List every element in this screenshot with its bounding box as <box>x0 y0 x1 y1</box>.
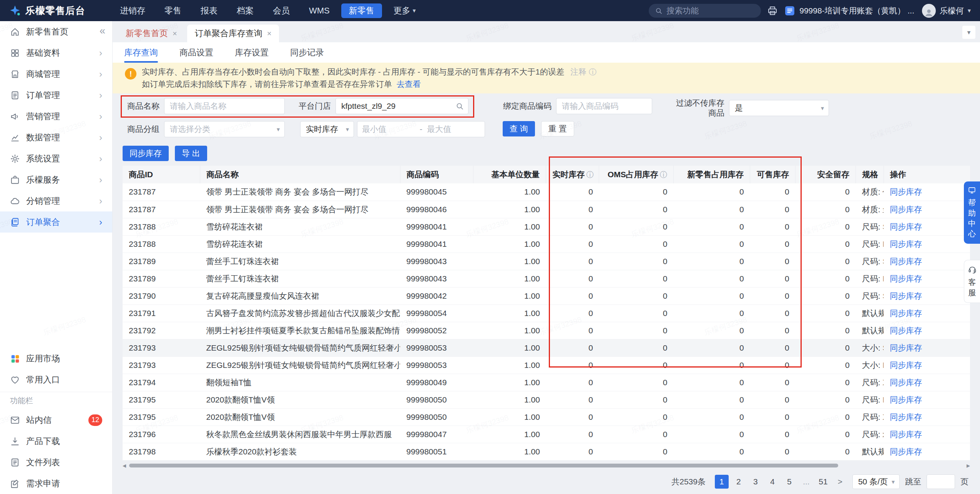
export-button[interactable]: 导 出 <box>175 146 207 161</box>
page-button[interactable]: 4 <box>766 475 779 489</box>
sync-stock-link[interactable]: 同步库存 <box>890 395 922 404</box>
sidebar-item[interactable]: 应用市场 <box>0 348 112 369</box>
page-button[interactable]: ... <box>799 475 813 489</box>
page-button[interactable]: 51 <box>816 475 830 489</box>
top-nav-item[interactable]: 进销存 <box>112 3 153 18</box>
column-header[interactable]: 商品名称 <box>200 166 400 183</box>
sidebar-item[interactable]: 常用入口 <box>0 369 112 390</box>
sync-stock-link[interactable]: 同步库存 <box>890 309 922 318</box>
sidebar-item[interactable]: 站内信 12 <box>0 409 112 431</box>
close-icon[interactable]: × <box>267 29 272 38</box>
table-row[interactable]: 231790 复古碎花高腰显瘦仙女风连衣裙 999980042 1.00 0 0… <box>123 287 970 304</box>
sync-stock-link[interactable]: 同步库存 <box>890 187 922 196</box>
tab-list-dropdown[interactable]: ▾ <box>962 26 975 39</box>
top-nav-item[interactable]: 档案 <box>229 3 261 18</box>
table-row[interactable]: 231796 秋冬款黑色金丝绒男装休闲西服装中年男士厚款西服 999980047… <box>123 426 970 443</box>
scroll-left-icon[interactable]: ◂ <box>123 462 126 469</box>
jump-page-input[interactable] <box>927 474 955 489</box>
table-row[interactable]: 231795 2020款翻领T恤V领 999980050 1.00 0 0 0 … <box>123 408 970 426</box>
user-menu[interactable]: 乐檬何 ▾ <box>922 4 971 18</box>
sync-stock-link[interactable]: 同步库存 <box>890 274 922 283</box>
global-search[interactable] <box>649 4 761 18</box>
min-value-input[interactable] <box>357 125 420 134</box>
sidebar-item[interactable]: 系统设置 › <box>0 148 112 169</box>
product-group-select[interactable]: 请选择分类 ▾ <box>164 121 285 137</box>
page-button[interactable]: 1 <box>715 475 729 489</box>
search-icon[interactable] <box>455 102 464 110</box>
sidebar-collapse-button[interactable]: « <box>100 25 105 37</box>
app-logo[interactable]: 乐檬零售后台 <box>9 4 112 17</box>
sidebar-item[interactable]: 数据管理 › <box>0 127 112 148</box>
column-header[interactable]: 商品ID <box>123 166 200 183</box>
table-row[interactable]: 231793 ZEGL925银别针项链女纯银锁骨链简约气质网红轻奢小众饰品 99… <box>123 339 970 356</box>
table-row[interactable]: 231793 ZEGL925银别针项链女纯银锁骨链简约气质网红轻奢小众饰品 99… <box>123 356 970 374</box>
sync-stock-link[interactable]: 同步库存 <box>890 447 922 456</box>
sub-tab[interactable]: 商品设置 <box>179 42 213 63</box>
printer-icon[interactable] <box>767 5 778 16</box>
column-header[interactable]: 可售库存 <box>750 166 796 183</box>
sidebar-item[interactable]: 营销管理 › <box>0 106 112 127</box>
sub-tab[interactable]: 库存查询 <box>124 42 158 63</box>
customer-service-tab[interactable]: 客服 <box>964 260 980 303</box>
account-switcher[interactable]: 99998-培训专用账套（黄凯） ... <box>784 5 914 17</box>
table-row[interactable]: 231798 乐檬秋季2020款衬衫套装 999980051 1.00 0 0 … <box>123 443 970 460</box>
sub-tab[interactable]: 库存设置 <box>235 42 269 63</box>
horizontal-scrollbar[interactable]: ◂ ▸ <box>123 462 970 469</box>
table-row[interactable]: 231788 雪纺碎花连衣裙 999980041 1.00 0 0 0 0 0 … <box>123 218 970 235</box>
sync-stock-link[interactable]: 同步库存 <box>890 240 922 248</box>
tab[interactable]: 新零售首页 × <box>118 25 185 42</box>
sync-stock-link[interactable]: 同步库存 <box>890 205 922 214</box>
search-input[interactable] <box>666 6 755 15</box>
sync-stock-link[interactable]: 同步库存 <box>890 326 922 335</box>
sync-stock-link[interactable]: 同步库存 <box>890 378 922 387</box>
page-button[interactable]: 3 <box>749 475 762 489</box>
sync-stock-link[interactable]: 同步库存 <box>890 257 922 266</box>
sidebar-item[interactable]: 新零售首页 <box>0 21 112 42</box>
top-nav-item[interactable]: 会员 <box>265 3 297 18</box>
page-button[interactable]: > <box>833 475 847 489</box>
sync-stock-link[interactable]: 同步库存 <box>890 430 922 439</box>
sidebar-item[interactable]: 产品下载 <box>0 431 112 452</box>
column-header[interactable]: 操作 <box>884 166 970 183</box>
table-row[interactable]: 231794 翻领短袖T恤 999980049 1.00 0 0 0 0 0 尺… <box>123 374 970 391</box>
sync-stock-button[interactable]: 同步库存 <box>123 146 169 161</box>
sidebar-item[interactable]: 需求申请 <box>0 473 112 494</box>
page-button[interactable]: 2 <box>732 475 746 489</box>
sidebar-item[interactable]: 乐檬服务 › <box>0 169 112 190</box>
query-button[interactable]: 查 询 <box>503 121 535 136</box>
scrollbar-thumb[interactable] <box>129 464 838 467</box>
sync-stock-link[interactable]: 同步库存 <box>890 361 922 369</box>
info-icon[interactable]: ⓘ <box>589 66 596 78</box>
top-nav-item[interactable]: WMS <box>301 3 337 18</box>
sync-stock-link[interactable]: 同步库存 <box>890 412 922 421</box>
table-row[interactable]: 231789 蕾丝手工钉珠连衣裙 999980043 1.00 0 0 0 0 … <box>123 270 970 287</box>
table-row[interactable]: 231787 领带 男士正装领带 商务 宴会 多场合一网打尽 999980045… <box>123 183 970 201</box>
table-row[interactable]: 231792 潮男士衬衫挂件项链夏季长款复古船锚吊坠服装配饰情侣挂... 999… <box>123 322 970 339</box>
sub-tab[interactable]: 同步记录 <box>290 42 324 63</box>
platform-store-input[interactable] <box>336 98 468 114</box>
help-center-tab[interactable]: 帮助中心 <box>964 181 980 244</box>
sync-stock-link[interactable]: 同步库存 <box>890 222 922 231</box>
column-header[interactable]: OMS占用库存ⓘ <box>599 166 673 183</box>
sidebar-item[interactable]: 文件列表 <box>0 452 112 473</box>
sync-stock-link[interactable]: 同步库存 <box>890 343 922 352</box>
sidebar-item[interactable]: 商城管理 › <box>0 63 112 85</box>
top-nav-item[interactable]: 报表 <box>193 3 225 18</box>
product-name-input[interactable] <box>164 98 285 114</box>
info-icon[interactable]: ⓘ <box>660 171 667 179</box>
table-row[interactable]: 231789 蕾丝手工钉珠连衣裙 999980043 1.00 0 0 0 0 … <box>123 253 970 270</box>
filter-no-stock-select[interactable]: 是 ▾ <box>729 100 829 116</box>
table-row[interactable]: 231787 领带 男士正装领带 商务 宴会 多场合一网打尽 999980046… <box>123 201 970 218</box>
page-size-select[interactable]: 50 条/页 ▾ <box>852 474 900 489</box>
stock-type-select[interactable]: 实时库存 ▾ <box>300 121 354 137</box>
page-button[interactable]: 5 <box>782 475 796 489</box>
tab[interactable]: 订单聚合库存查询 × <box>187 25 279 42</box>
scroll-right-icon[interactable]: ▸ <box>967 462 970 469</box>
top-nav-item[interactable]: 零售 <box>157 3 189 18</box>
column-header[interactable]: 新零售占用库存 <box>673 166 750 183</box>
table-row[interactable]: 231791 古风簪子盘发简约流苏发簪步摇超仙古代汉服装少女配饰发... 999… <box>123 304 970 322</box>
column-header[interactable]: 实时库存ⓘ <box>546 166 599 183</box>
max-value-input[interactable] <box>422 125 485 134</box>
close-icon[interactable]: × <box>173 29 177 38</box>
column-header[interactable]: 基本单位数量 <box>473 166 546 183</box>
